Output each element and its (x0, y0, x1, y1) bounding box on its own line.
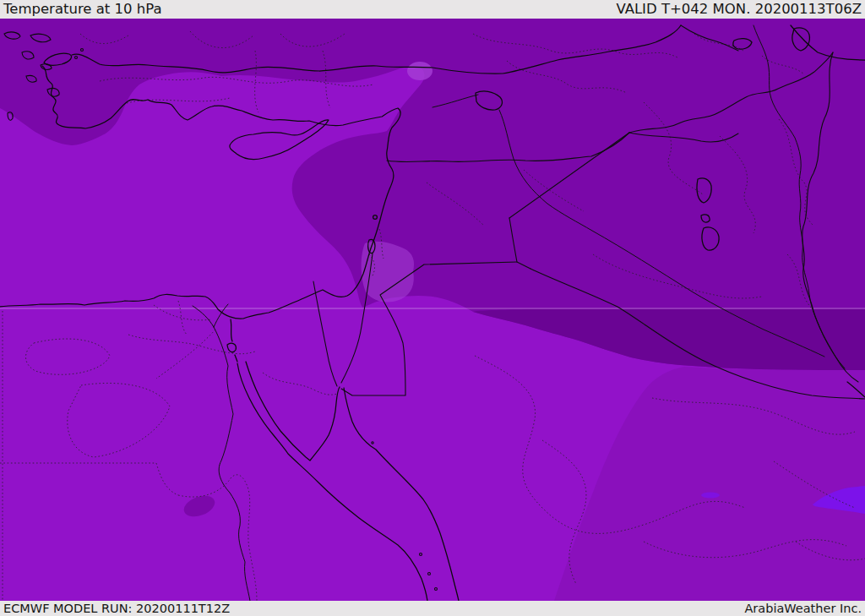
page-title: Temperature at 10 hPa (3, 1, 162, 17)
weather-map-canvas (0, 19, 865, 601)
model-run-label: ECMWF MODEL RUN: 20200111T12Z (3, 602, 230, 615)
company-label: ArabiaWeather Inc. (744, 602, 862, 615)
top-bar: Temperature at 10 hPa VALID T+042 MON. 2… (0, 0, 865, 19)
bottom-bar: ECMWF MODEL RUN: 20200111T12Z ArabiaWeat… (0, 601, 865, 616)
temperature-shading (0, 19, 865, 601)
valid-time-label: VALID T+042 MON. 20200113T06Z (616, 1, 862, 17)
